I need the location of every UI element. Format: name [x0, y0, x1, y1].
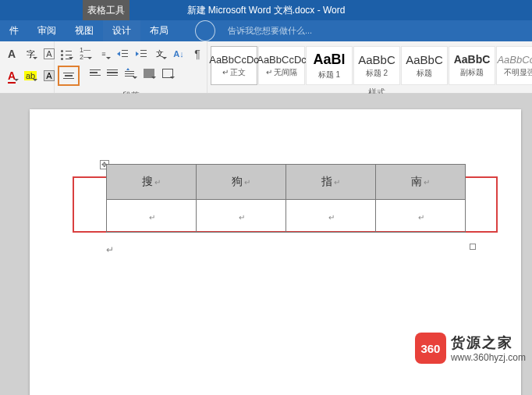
- return-mark-icon: ↵: [154, 178, 161, 187]
- multilevel-button[interactable]: ≡: [95, 46, 112, 62]
- table-row[interactable]: 搜↵ 狗↵ 指↵ 南↵: [107, 165, 466, 200]
- decrease-indent-button[interactable]: [114, 46, 131, 62]
- bullets-button[interactable]: [58, 46, 75, 62]
- table-resize-handle[interactable]: [470, 244, 476, 250]
- paragraph-group: 1—2— ≡ 文 A↓ ¶ 段落: [55, 41, 207, 93]
- line-spacing-icon: [125, 68, 136, 79]
- table-cell[interactable]: ↵: [376, 200, 466, 233]
- bullets-icon: [61, 48, 72, 59]
- multilevel-icon: ≡: [101, 51, 105, 58]
- tab-view[interactable]: 视图: [66, 20, 103, 41]
- shading-icon: [144, 69, 154, 78]
- char-shading-button[interactable]: A: [41, 68, 58, 84]
- tab-file[interactable]: 件: [0, 20, 28, 41]
- sort-button[interactable]: A↓: [170, 46, 187, 62]
- table-row[interactable]: ↵ ↵ ↵ ↵: [107, 200, 466, 233]
- borders-icon: [162, 69, 173, 78]
- char-border-icon: A: [44, 48, 54, 59]
- title-bar: 表格工具 新建 Microsoft Word 文档.docx - Word: [0, 0, 532, 20]
- font-group: A 字 A A ab A: [0, 41, 55, 93]
- watermark-badge: 360: [415, 333, 446, 364]
- return-mark-icon: ↵: [424, 178, 430, 187]
- text-direction-button[interactable]: 文: [151, 46, 168, 62]
- numbering-icon: 1—2—: [80, 47, 90, 61]
- table-cell[interactable]: 指↵: [286, 165, 376, 200]
- table-cell[interactable]: 搜↵: [107, 165, 197, 200]
- phonetic-button[interactable]: 字: [22, 46, 39, 62]
- document-table[interactable]: 搜↵ 狗↵ 指↵ 南↵ ↵ ↵ ↵ ↵: [106, 164, 466, 233]
- char-border-button[interactable]: A: [41, 46, 58, 62]
- table-cell[interactable]: ↵: [286, 200, 376, 233]
- align-left-button[interactable]: [87, 66, 103, 80]
- increase-indent-icon: [136, 48, 147, 59]
- table-tools-tab[interactable]: 表格工具: [83, 0, 129, 20]
- font-color-icon: A: [8, 69, 16, 82]
- return-mark-icon: ↵: [328, 213, 335, 222]
- paragraph-mark-icon: ¶: [194, 48, 200, 60]
- highlight-button[interactable]: ab: [22, 68, 39, 84]
- char-shading-icon: A: [44, 70, 54, 81]
- table-cell[interactable]: ↵: [197, 200, 286, 233]
- style-emphasis[interactable]: AaBbCcD不明显强: [496, 46, 532, 85]
- menu-bar: 件 审阅 视图 设计 布局 告诉我您想要做什么...: [0, 20, 532, 41]
- watermark-url: www.360hyzj.com: [451, 352, 526, 363]
- show-marks-button[interactable]: ¶: [189, 46, 206, 62]
- decrease-indent-icon: [117, 48, 128, 59]
- eraser-icon: A: [8, 48, 16, 60]
- return-mark-icon: ↵: [239, 213, 245, 222]
- style-normal[interactable]: AaBbCcDc↵ 正文: [211, 46, 257, 85]
- tell-me-search[interactable]: 告诉我您想要做什么...: [186, 20, 331, 41]
- highlight-icon: ab: [24, 71, 37, 80]
- increase-indent-button[interactable]: [133, 46, 150, 62]
- sort-icon: A↓: [173, 49, 183, 59]
- tab-layout[interactable]: 布局: [140, 20, 178, 41]
- shading-button[interactable]: [140, 66, 158, 81]
- tab-design[interactable]: 设计: [103, 20, 140, 41]
- return-mark-icon: ↵: [244, 178, 250, 187]
- table-cell[interactable]: 狗↵: [197, 165, 286, 200]
- numbering-button[interactable]: 1—2—: [76, 46, 94, 62]
- style-title[interactable]: AaBbC标题: [401, 46, 448, 85]
- align-justify-button[interactable]: [105, 66, 120, 80]
- tab-review[interactable]: 审阅: [28, 20, 66, 41]
- text-direction-icon: 文: [156, 48, 164, 59]
- return-mark-icon: ↵: [149, 213, 155, 222]
- ribbon: A 字 A A ab A 1—2— ≡ 文 A↓ ¶: [0, 41, 532, 94]
- style-subtitle[interactable]: AaBbC副标题: [449, 46, 495, 85]
- borders-button[interactable]: [159, 66, 176, 81]
- paragraph-mark: ↵: [106, 244, 114, 255]
- document-title: 新建 Microsoft Word 文档.docx - Word: [187, 4, 346, 17]
- style-heading1[interactable]: AaBl标题 1: [306, 46, 353, 85]
- table-cell[interactable]: ↵: [107, 200, 197, 233]
- table-cell[interactable]: 南↵: [376, 165, 466, 200]
- align-center-button[interactable]: [61, 69, 76, 83]
- line-spacing-button[interactable]: [122, 66, 139, 81]
- clear-format-button[interactable]: A: [3, 46, 20, 62]
- bulb-icon: [195, 20, 215, 41]
- watermark: 360 货源之家 www.360hyzj.com: [415, 333, 526, 364]
- style-no-spacing[interactable]: AaBbCcDc↵ 无间隔: [258, 46, 305, 85]
- center-align-highlight: [58, 66, 80, 86]
- watermark-title: 货源之家: [451, 333, 526, 352]
- style-heading2[interactable]: AaBbC标题 2: [353, 46, 400, 85]
- return-mark-icon: ↵: [334, 178, 340, 187]
- phonetic-icon: 字: [27, 48, 35, 60]
- styles-group: AaBbCcDc↵ 正文 AaBbCcDc↵ 无间隔 AaBl标题 1 AaBb…: [207, 41, 532, 93]
- font-color-button[interactable]: A: [3, 68, 20, 84]
- style-gallery: AaBbCcDc↵ 正文 AaBbCcDc↵ 无间隔 AaBl标题 1 AaBb…: [211, 46, 532, 85]
- return-mark-icon: ↵: [418, 213, 424, 222]
